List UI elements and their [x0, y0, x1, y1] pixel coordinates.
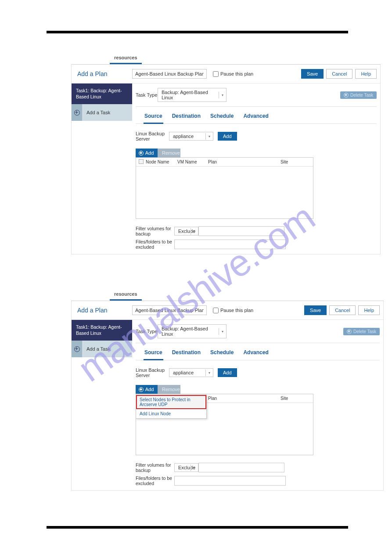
screenshot-b: resources Add a Plan Pause this plan Sav…: [71, 290, 384, 491]
nodes-grid: Node Name VM Name Plan Site: [136, 157, 313, 219]
files-excluded-input[interactable]: [174, 239, 286, 249]
filter-volumes-label: Filter volumes for backup: [136, 462, 174, 473]
inner-tabs: Source Destination Schedule Advanced: [136, 343, 380, 360]
plus-icon: [74, 346, 80, 352]
top-black-bar: [47, 31, 348, 33]
tab-destination[interactable]: Destination: [171, 111, 201, 123]
chevron-down-icon: ▾: [191, 228, 198, 235]
menu-select-nodes[interactable]: Select Nodes to Protect in Arcserve UDP: [136, 395, 206, 409]
tab-resources[interactable]: resources: [110, 53, 142, 64]
task-sidebar: Task1: Backup: Agent-Based Linux Add a T…: [72, 320, 132, 490]
pause-plan-label: Pause this plan: [220, 308, 253, 313]
task-sidebar: Task1: Backup: Agent-Based Linux Add a T…: [72, 83, 132, 254]
save-button[interactable]: Save: [301, 69, 324, 79]
plus-icon: [139, 387, 144, 392]
files-excluded-label: Files/folders to be excluded: [136, 475, 174, 486]
tab-destination[interactable]: Destination: [171, 348, 201, 360]
add-task-button[interactable]: Add a Task: [72, 341, 132, 357]
plus-icon: [139, 151, 144, 156]
pause-plan-label: Pause this plan: [220, 71, 253, 76]
add-node-button[interactable]: Add: [136, 149, 158, 157]
help-button[interactable]: Help: [358, 305, 380, 315]
remove-node-button: Remove: [158, 385, 180, 394]
filter-volumes-input[interactable]: [198, 226, 284, 236]
task-type-label: Task Type: [136, 92, 158, 98]
filter-volumes-input[interactable]: [198, 463, 284, 472]
top-tabs-bar: resources: [71, 53, 381, 65]
linux-backup-server-dropdown[interactable]: appliance ▾: [169, 368, 213, 377]
close-icon: [344, 93, 349, 98]
add-task-label: Add a Task: [82, 341, 132, 357]
linux-backup-server-label: Linux Backup Server: [136, 367, 169, 378]
save-button[interactable]: Save: [304, 305, 327, 315]
plan-header-row: Add a Plan Pause this plan Save Cancel H…: [72, 65, 380, 83]
add-server-button[interactable]: Add: [218, 132, 237, 141]
add-node-button[interactable]: Add: [136, 385, 158, 394]
tab-schedule[interactable]: Schedule: [209, 348, 234, 360]
cancel-button[interactable]: Cancel: [326, 69, 352, 79]
plus-icon: [74, 110, 80, 116]
add-plan-title: Add a Plan: [75, 307, 132, 314]
task-type-row: Task Type Backup: Agent-Based Linux ▾ De…: [136, 323, 380, 343]
help-button[interactable]: Help: [355, 69, 377, 79]
pause-plan-checkbox[interactable]: [213, 308, 219, 313]
chevron-down-icon: ▾: [191, 464, 198, 471]
col-plan: Plan: [208, 160, 281, 164]
pause-plan-checkbox[interactable]: [213, 71, 219, 77]
add-task-label: Add a Task: [82, 104, 132, 121]
linux-backup-server-dropdown[interactable]: appliance ▾: [169, 132, 213, 141]
screenshot-a: resources Add a Plan Pause this plan Sav…: [71, 53, 381, 254]
plan-name-input[interactable]: [132, 69, 207, 79]
delete-task-button[interactable]: Delete Task: [340, 91, 377, 99]
inner-tabs: Source Destination Schedule Advanced: [136, 107, 377, 124]
task-type-dropdown[interactable]: Backup: Agent-Based Linux ▾: [158, 88, 227, 102]
chevron-down-icon: ▾: [219, 92, 226, 98]
files-excluded-input[interactable]: [174, 476, 286, 486]
col-node-name: Node Name: [146, 160, 177, 164]
files-excluded-label: Files/folders to be excluded: [136, 239, 174, 250]
tab-source[interactable]: Source: [144, 348, 163, 360]
col-site: Site: [281, 396, 307, 401]
filter-volumes-dropdown[interactable]: Exclude ▾: [174, 463, 198, 472]
remove-node-button: Remove: [158, 149, 180, 157]
add-server-button[interactable]: Add: [218, 368, 237, 377]
add-task-button[interactable]: Add a Task: [72, 104, 132, 121]
sidebar-task1[interactable]: Task1: Backup: Agent-Based Linux: [72, 320, 132, 341]
plan-header-row: Add a Plan Pause this plan Save Cancel H…: [72, 301, 383, 320]
col-vm-name: VM Name: [177, 160, 208, 164]
add-node-menu: Select Nodes to Protect in Arcserve UDP …: [136, 395, 207, 419]
plan-name-input[interactable]: [132, 305, 207, 315]
sidebar-task1[interactable]: Task1: Backup: Agent-Based Linux: [72, 83, 132, 104]
linux-backup-server-label: Linux Backup Server: [136, 131, 169, 141]
filter-volumes-dropdown[interactable]: Exclude ▾: [174, 227, 198, 236]
chevron-down-icon: ▾: [205, 133, 213, 140]
add-plan-title: Add a Plan: [75, 70, 132, 77]
close-icon: [347, 329, 352, 334]
chevron-down-icon: ▾: [219, 328, 226, 335]
task-type-row: Task Type Backup: Agent-Based Linux ▾ De…: [136, 86, 377, 107]
tab-advanced[interactable]: Advanced: [242, 111, 269, 123]
filter-volumes-label: Filter volumes for backup: [136, 226, 174, 236]
cancel-button[interactable]: Cancel: [329, 305, 356, 315]
select-all-checkbox[interactable]: [139, 159, 144, 164]
chevron-down-icon: ▾: [205, 370, 213, 376]
task-type-dropdown[interactable]: Backup: Agent-Based Linux ▾: [158, 324, 227, 338]
delete-task-button[interactable]: Delete Task: [343, 328, 380, 335]
tab-schedule[interactable]: Schedule: [209, 111, 234, 123]
tab-resources[interactable]: resources: [110, 290, 142, 301]
col-site: Site: [281, 160, 307, 164]
task-type-label: Task Type: [136, 329, 158, 334]
bottom-black-bar: [47, 526, 348, 529]
menu-add-linux-node[interactable]: Add Linux Node: [136, 409, 206, 418]
tab-source[interactable]: Source: [144, 111, 163, 124]
col-plan: Plan: [208, 396, 281, 401]
tab-advanced[interactable]: Advanced: [242, 348, 269, 360]
top-tabs-bar: resources: [71, 290, 384, 301]
